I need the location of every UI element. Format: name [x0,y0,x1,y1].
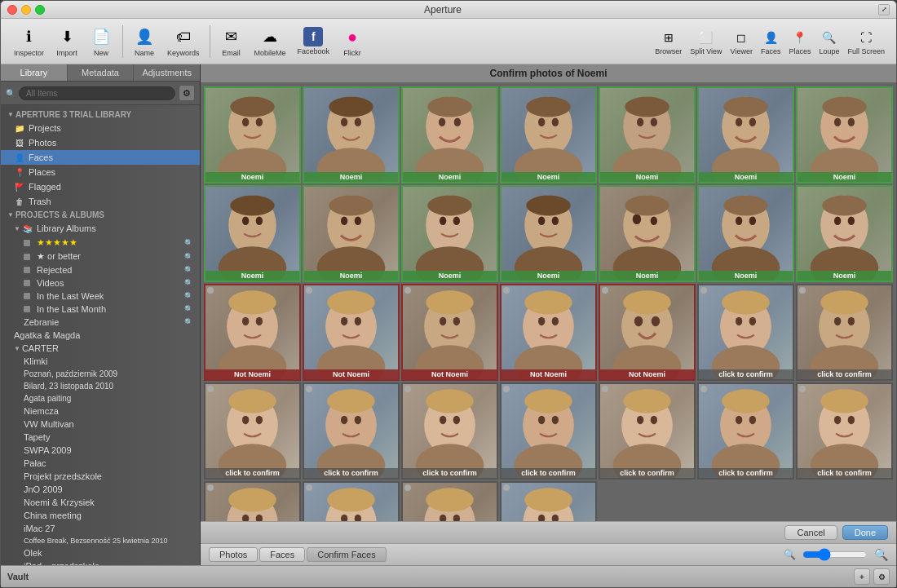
faces-toolbar-button[interactable]: 👤 Faces [758,26,784,57]
photo-cell[interactable]: Noemi [500,185,597,282]
import-button[interactable]: ⬇ Import [51,24,83,59]
tab-faces[interactable]: Faces [259,547,305,562]
sidebar-item-imac27[interactable]: iMac 27 [1,522,200,535]
photo-cell[interactable]: Noemi [697,185,794,282]
sidebar-item-ipad[interactable]: iPad – przedszkole [1,559,200,565]
photo-cell[interactable]: click to confirm [599,382,696,480]
sidebar-item-last-week[interactable]: In the Last Week 🔍 [1,290,200,303]
sidebar-item-places[interactable]: 📍 Places [1,165,200,179]
sidebar-item-flagged[interactable]: 🚩 Flagged [1,179,200,194]
photo-cell[interactable]: Noemi [401,86,498,183]
sidebar-item-projects[interactable]: 📁 Projects [1,121,200,135]
photo-cell[interactable]: Noemi [796,185,893,282]
name-button[interactable]: 👤 Name [128,24,161,59]
zoom-button[interactable] [35,5,45,15]
sidebar-item-library-albums[interactable]: ▼ 📚 Library Albums [1,221,200,236]
photo-cell[interactable]: click to confirm [796,382,893,480]
browser-button[interactable]: ⊞ Browser [652,26,685,57]
photo-cell[interactable] [500,481,597,521]
photo-cell[interactable]: Not Noemi [599,284,696,381]
sidebar-item-swpa[interactable]: SWPA 2009 [1,444,200,457]
photo-cell[interactable]: Not Noemi [204,284,301,381]
photo-cell[interactable]: Noemi [204,185,301,282]
viewer-button[interactable]: ◻ Viewer [727,26,756,57]
sidebar-item-trash[interactable]: 🗑 Trash [1,194,200,209]
cancel-button[interactable]: Cancel [784,525,837,540]
tab-library[interactable]: Library [1,64,68,81]
email-button[interactable]: ✉ Email [215,24,248,59]
photo-cell[interactable]: click to confirm [204,382,301,480]
photo-cell[interactable]: click to confirm [697,284,794,381]
photo-cell[interactable]: click to confirm [401,382,498,480]
sidebar-item-noemi-krzysiek[interactable]: Noemi & Krzysiek [1,496,200,509]
sidebar-item-poznan[interactable]: Poznań, październik 2009 [1,368,200,380]
sidebar-gear-button[interactable]: ⚙ [179,85,195,101]
photo-cell[interactable]: Noemi [599,185,696,282]
sidebar-item-photos[interactable]: 🖼 Photos [1,135,200,150]
sidebar-item-projekt[interactable]: Projekt przedszkole [1,470,200,483]
sidebar-item-carter[interactable]: ▼ CARTER [1,342,200,355]
photo-cell[interactable]: Noemi [500,86,597,183]
minimize-button[interactable] [21,5,31,15]
inspector-button[interactable]: ℹ Inspector [9,24,49,59]
sidebar-item-tapety[interactable]: Tapety [1,431,200,444]
fullscreen-button[interactable]: ⤢ [878,4,890,15]
tab-metadata[interactable]: Metadata [68,64,135,81]
photo-cell[interactable]: Not Noemi [500,284,597,381]
facebook-button[interactable]: f Facebook [293,25,335,57]
sidebar-item-agatka[interactable]: Agatka & Magda [1,329,200,342]
sidebar-item-coffee[interactable]: Coffee Break, Bezsenność 25 kwietnia 201… [1,535,200,546]
sidebar-item-last-month[interactable]: In the Last Month 🔍 [1,303,200,316]
photo-cell[interactable] [401,481,498,521]
photo-cell[interactable]: Noemi [204,86,301,183]
sidebar-item-videos[interactable]: Videos 🔍 [1,276,200,290]
done-button[interactable]: Done [842,525,888,540]
zoom-slider[interactable] [802,548,868,561]
photo-cell[interactable]: click to confirm [796,284,893,381]
photo-cell[interactable]: click to confirm [697,382,794,480]
sidebar-item-jno[interactable]: JnO 2009 [1,483,200,496]
photo-cell[interactable]: Noemi [599,86,696,183]
photo-cell[interactable]: Noemi [303,86,400,183]
tab-photos[interactable]: Photos [209,547,258,562]
photo-cell[interactable]: Noemi [303,185,400,282]
sidebar-item-faces[interactable]: 👤 Faces [1,150,200,165]
split-view-button[interactable]: ⬜ Split View [687,26,725,57]
photo-cell[interactable]: click to confirm [500,382,597,480]
sidebar-item-china[interactable]: China meeting [1,509,200,522]
photo-cell[interactable] [303,481,400,521]
sidebar-item-4star[interactable]: ★ or better 🔍 [1,250,200,263]
sidebar-item-5star[interactable]: ★★★★★ 🔍 [1,236,200,250]
sidebar-item-rejected[interactable]: Rejected 🔍 [1,263,200,276]
sidebar-item-klimki[interactable]: Klimki [1,355,200,368]
sidebar-item-agata-paiting[interactable]: Agata paiting [1,392,200,405]
mobileme-button[interactable]: ☁ MobileMe [250,24,291,59]
close-button[interactable] [7,5,17,15]
search-input[interactable] [19,86,175,100]
sidebar-item-zebranie[interactable]: Zebranie 🔍 [1,316,200,329]
vault-add-button[interactable]: + [854,568,870,585]
photo-grid-container[interactable]: Noemi Noemi Noemi [201,83,896,521]
vault-settings-button[interactable]: ⚙ [873,568,890,585]
photo-cell[interactable]: Not Noemi [303,284,400,381]
sidebar-item-bilard[interactable]: Bilard, 23 listopada 2010 [1,380,200,392]
places-toolbar-button[interactable]: 📍 Places [785,26,814,57]
keywords-button[interactable]: 🏷 Keywords [162,24,205,59]
photo-cell[interactable]: Noemi [401,185,498,282]
photo-cell[interactable]: Noemi [796,86,893,183]
new-button[interactable]: 📄 New [85,24,117,59]
sidebar-item-niemcza[interactable]: Niemcza [1,405,200,418]
photo-cell[interactable]: click to confirm [303,382,400,480]
flickr-button[interactable]: ● Flickr [336,24,369,59]
loupe-toolbar-button[interactable]: 🔍 Loupe [815,26,842,57]
photo-cell[interactable]: Not Noemi [401,284,498,381]
tab-adjustments[interactable]: Adjustments [134,64,200,81]
sidebar-item-olek[interactable]: Olek [1,546,200,559]
svg-point-73 [256,317,263,325]
photo-cell[interactable] [204,481,301,521]
tab-confirm-faces[interactable]: Confirm Faces [307,547,387,562]
sidebar-item-palac[interactable]: Pałac [1,457,200,470]
photo-cell[interactable]: Noemi [697,86,794,183]
fullscreen-toolbar-button[interactable]: ⛶ Full Screen [844,26,888,57]
sidebar-item-vw[interactable]: VW Multivan [1,418,200,431]
